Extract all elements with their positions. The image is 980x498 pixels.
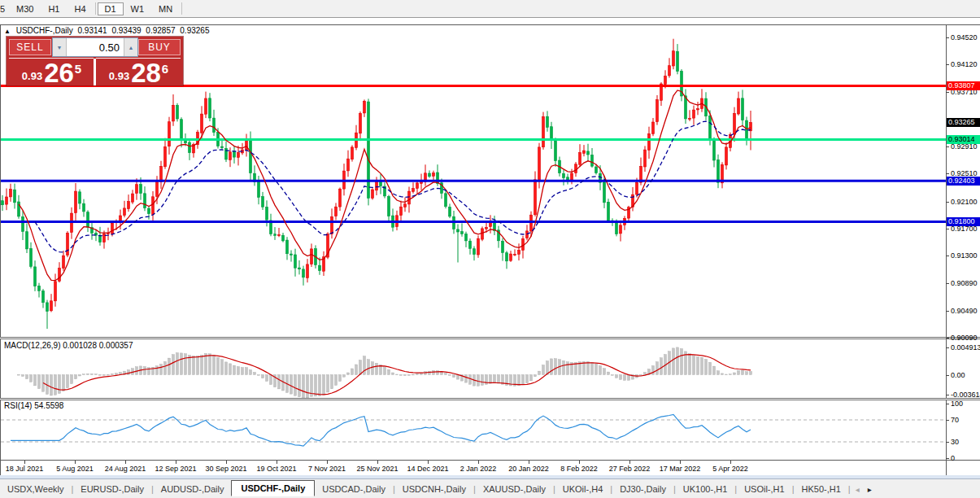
date-tick [24,461,25,464]
macd-panel [18,347,752,398]
tabs-scroll-right-icon[interactable]: ▸ [868,485,872,494]
price-axis-label: 0.90890 [951,279,978,287]
sell-price-prefix: 0.93 [22,70,42,82]
chart-tab-usdchf[interactable]: USDCHF-,Daily [231,480,315,496]
buy-price-display[interactable]: 0.93 28 6 [96,58,181,85]
price-badge: 0.93265 [947,118,980,127]
date-axis-label: 18 Jul 2021 [0,465,53,473]
date-tick [226,461,227,464]
buy-price-big: 28 [131,61,161,85]
rsi-axis-label: 0 [951,454,955,462]
price-badge: 0.92403 [947,177,980,186]
spinner-up-icon: ▲ [128,45,134,50]
date-axis-label: 5 Apr 2022 [702,465,759,473]
date-axis-separator [0,460,980,461]
one-click-trading-panel: SELL ▼ ▲ BUY 0.93 26 5 0.93 28 6 [7,37,183,85]
tabs-scroll-left-icon[interactable]: ◂ [856,485,860,494]
date-tick [75,461,76,464]
price-axis-separator [946,25,947,477]
date-axis-label: 8 Feb 2022 [551,465,608,473]
price-badge: 0.93014 [947,135,980,144]
trading-platform-window: 5M30H1H4D1W1MN ▲ USDCHF-,Daily 0.93141 0… [0,0,980,498]
sell-price-sup: 5 [75,62,81,76]
date-axis-label: 5 Aug 2021 [46,465,103,473]
date-tick [327,461,328,464]
date-tick [629,461,630,464]
price-axis-label: 0.90490 [951,307,978,315]
date-axis-label: 7 Nov 2021 [298,465,355,473]
collapse-quote-panel-icon[interactable]: ▲ [4,28,11,35]
volume-decrease-button[interactable]: ▼ [53,38,67,56]
date-axis-label: 19 Oct 2021 [248,465,305,473]
date-tick [176,461,176,464]
date-tick [125,461,126,464]
price-axis-label: 0.94520 [951,33,978,42]
macd-label: MACD(12,26,9) 0.001028 0.000357 [4,341,133,350]
chart-tab-bar: USDX,Weekly|EURUSD-,Daily|AUDUSD-,DailyU… [0,478,980,498]
ohlc-low: 0.92857 [146,26,175,35]
volume-input[interactable] [67,38,124,56]
rsi-panel-divider[interactable] [0,398,980,400]
price-badge: 0.93807 [947,81,980,90]
chart-top-border [0,24,980,25]
date-axis-label: 14 Dec 2021 [399,465,456,473]
macd-axis-label: -0.003614 [951,391,980,399]
date-tick [529,461,529,464]
sell-button[interactable]: SELL [9,39,51,55]
price-badge: 0.91800 [947,217,980,226]
chart-tab-dj30[interactable]: DJ30-,Daily [612,482,673,496]
date-tick [277,461,277,464]
date-tick [680,461,681,464]
chart-tab-audusd[interactable]: AUDUSD-,Daily [154,482,232,496]
rsi-axis-label: 30 [951,438,959,446]
date-tick [377,461,378,464]
date-axis-label: 12 Sep 2021 [147,465,204,473]
rsi-axis-label: 100 [951,400,963,408]
tab-scroll-controls: ◂▸ [856,485,872,494]
macd-axis-label: 0.00 [951,371,965,379]
sell-price-display[interactable]: 0.93 26 5 [9,58,94,85]
ohlc-close: 0.93265 [180,26,209,35]
date-axis-label: 17 Mar 2022 [651,465,708,473]
chart-tab-usdcnh[interactable]: USDCNH-,Daily [395,482,473,496]
date-axis-label: 24 Aug 2021 [97,465,154,473]
tab-separator: | [848,484,851,494]
ohlc-open: 0.93141 [77,26,107,35]
spinner-down-icon: ▼ [57,45,63,50]
volume-increase-button[interactable]: ▲ [124,38,137,56]
date-axis-label: 20 Jan 2022 [500,465,557,473]
price-axis-label: 0.94120 [951,60,978,68]
volume-control: ▼ ▲ [52,37,138,57]
chart-tab-xauusd[interactable]: XAUUSD-,Daily [476,482,553,496]
rsi-panel [1,414,946,446]
date-tick [478,461,479,464]
symbol-name: USDCHF-,Daily [16,26,73,35]
chart-left-border [0,25,1,477]
chart-tab-hk50[interactable]: HK50-,H1 [795,482,848,496]
chart-tab-usdx[interactable]: USDX,Weekly [0,482,71,496]
macd-axis-label: 0.004913 [951,343,980,352]
symbol-header: ▲ USDCHF-,Daily 0.93141 0.93439 0.92857 … [4,26,211,35]
chart-tab-usoil[interactable]: USOil-,H1 [737,482,792,496]
macd-panel-divider[interactable] [0,337,980,339]
price-axis-label: 0.90090 [951,334,978,342]
rsi-axis-label: 70 [951,416,959,424]
price-axis-label: 0.91300 [951,251,978,260]
date-axis-label: 27 Feb 2022 [601,465,658,473]
buy-button[interactable]: BUY [138,39,181,55]
date-tick [428,461,429,464]
chart-tab-uk100[interactable]: UK100-,H1 [676,482,734,496]
rsi-label: RSI(14) 54.5598 [4,401,63,410]
buy-price-sup: 6 [162,62,168,76]
chart-tab-usdcad[interactable]: USDCAD-,Daily [315,482,393,496]
price-axis-label: 0.92100 [951,198,978,206]
buy-price-prefix: 0.93 [109,70,129,82]
sell-price-big: 26 [44,61,74,85]
date-tick [579,461,580,464]
chart-tab-eurusd[interactable]: EURUSD-,Daily [73,482,151,496]
date-tick [730,461,731,464]
date-axis-label: 2 Jan 2022 [450,465,507,473]
chart-tab-ukoil[interactable]: UKOil-,H4 [555,482,611,496]
date-axis-label: 30 Sep 2021 [198,465,255,473]
ohlc-high: 0.93439 [111,26,141,35]
